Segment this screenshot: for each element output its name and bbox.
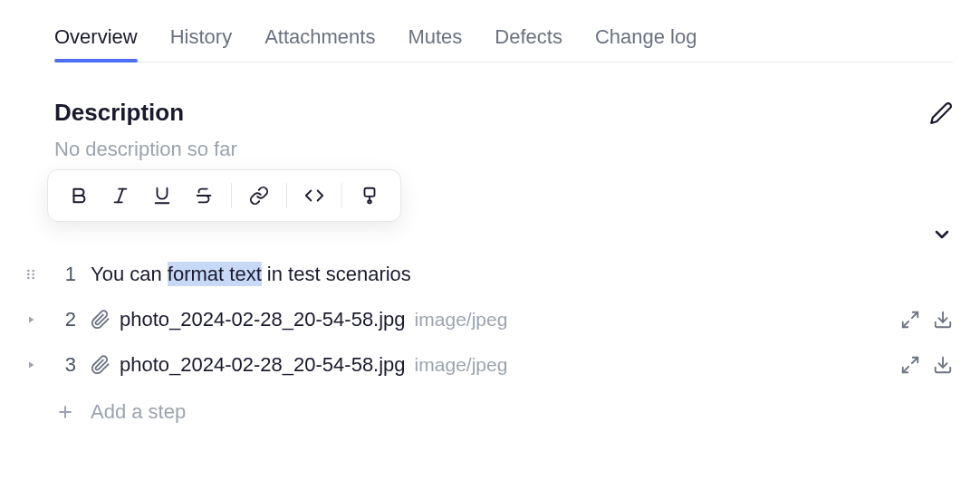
formatting-toolbar — [47, 169, 401, 222]
svg-point-7 — [27, 270, 30, 273]
tab-overview[interactable]: Overview — [54, 18, 138, 62]
svg-line-19 — [903, 367, 908, 372]
svg-point-8 — [32, 270, 34, 273]
svg-rect-6 — [368, 201, 371, 204]
add-step-label: Add a step — [91, 400, 186, 424]
step-number: 3 — [54, 353, 76, 377]
highlighted-text: format text — [168, 262, 262, 286]
tab-defects[interactable]: Defects — [495, 18, 562, 62]
step-number: 2 — [54, 308, 76, 331]
toolbar-divider — [286, 183, 287, 208]
step-number: 1 — [54, 263, 76, 286]
tab-mutes[interactable]: Mutes — [408, 18, 462, 62]
step-row: 2 photo_2024-02-28_20-54-58.jpg image/jp… — [22, 297, 953, 342]
file-type: image/jpeg — [415, 309, 508, 331]
svg-line-14 — [912, 312, 918, 318]
svg-line-18 — [912, 358, 918, 363]
step-row: 1 You can format text in test scenarios — [22, 252, 953, 297]
chevron-down-icon[interactable] — [931, 224, 953, 245]
tabs: Overview History Attachments Mutes Defec… — [54, 18, 953, 62]
description-placeholder: No description so far — [54, 138, 953, 161]
tab-history[interactable]: History — [170, 18, 232, 62]
step-row: 3 photo_2024-02-28_20-54-58.jpg image/jp… — [22, 342, 953, 388]
drag-handle-icon[interactable] — [22, 267, 40, 282]
svg-line-2 — [118, 189, 123, 203]
edit-icon[interactable] — [929, 101, 953, 125]
toolbar-divider — [231, 183, 232, 208]
paperclip-icon — [91, 310, 110, 330]
paint-button[interactable] — [351, 177, 388, 214]
steps-list: 1 You can format text in test scenarios … — [22, 252, 953, 436]
download-icon[interactable] — [933, 355, 953, 375]
svg-point-10 — [32, 273, 34, 276]
svg-rect-5 — [365, 188, 375, 197]
expand-icon[interactable] — [900, 310, 920, 330]
code-button[interactable] — [296, 177, 332, 214]
svg-point-9 — [27, 273, 30, 276]
bold-button[interactable] — [61, 177, 97, 214]
download-icon[interactable] — [933, 310, 953, 330]
add-step-button[interactable]: Add a step — [54, 388, 953, 436]
svg-point-11 — [27, 277, 30, 280]
strikethrough-button[interactable] — [186, 177, 222, 214]
description-title: Description — [54, 99, 184, 127]
tab-change-log[interactable]: Change log — [595, 18, 697, 62]
tab-attachments[interactable]: Attachments — [264, 18, 375, 62]
step-content[interactable]: photo_2024-02-28_20-54-58.jpg image/jpeg — [91, 353, 886, 377]
expand-caret-icon[interactable] — [22, 360, 40, 370]
plus-icon — [54, 403, 76, 421]
svg-marker-13 — [29, 317, 34, 323]
expand-icon[interactable] — [900, 355, 920, 375]
step-content[interactable]: photo_2024-02-28_20-54-58.jpg image/jpeg — [91, 308, 886, 331]
expand-caret-icon[interactable] — [22, 314, 40, 325]
svg-line-15 — [903, 321, 908, 327]
svg-point-12 — [32, 277, 34, 280]
file-name: photo_2024-02-28_20-54-58.jpg — [120, 353, 406, 377]
underline-button[interactable] — [144, 177, 180, 214]
description-section: Description No description so far — [54, 99, 953, 436]
file-name: photo_2024-02-28_20-54-58.jpg — [120, 308, 406, 331]
svg-marker-17 — [29, 362, 34, 369]
toolbar-divider — [341, 183, 342, 208]
link-button[interactable] — [241, 177, 277, 214]
step-content[interactable]: You can format text in test scenarios — [91, 263, 953, 286]
italic-button[interactable] — [102, 177, 139, 214]
file-type: image/jpeg — [415, 354, 508, 376]
paperclip-icon — [91, 355, 110, 375]
